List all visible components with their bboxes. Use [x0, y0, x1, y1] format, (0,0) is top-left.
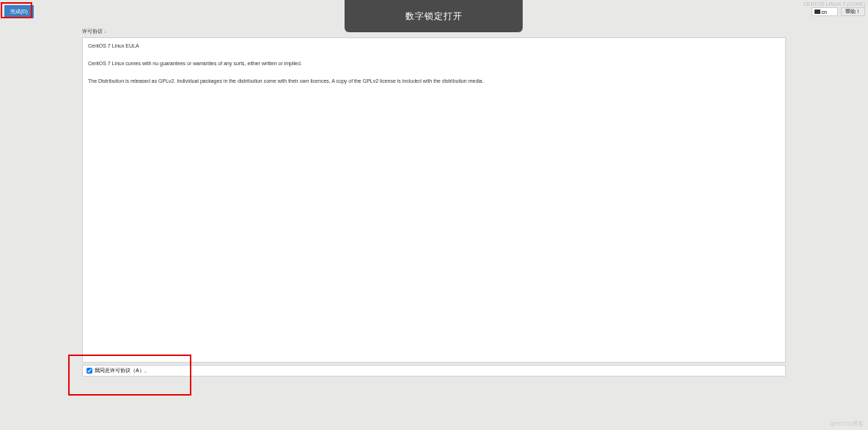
eula-paragraph-2: The Distribution is released as GPLv2. I… [88, 78, 780, 85]
agree-label: 我同意许可协议（A）。 [95, 367, 150, 374]
eula-paragraph-1: CentOS 7 Linux comes with no guarantees … [88, 60, 780, 67]
done-button[interactable]: 完成(D) [4, 5, 34, 18]
keyboard-icon [814, 10, 820, 14]
watermark: @5TCO博客 [831, 420, 864, 428]
lang-help-bar: cn 帮助！ [812, 7, 865, 16]
main-content: 许可协议： CentOS 7 Linux EULA CentOS 7 Linux… [82, 28, 786, 363]
language-code: cn [822, 10, 827, 15]
help-button[interactable]: 帮助！ [841, 7, 865, 16]
agree-bar: 我同意许可协议（A）。 [82, 365, 786, 377]
eula-title: CentOS 7 Linux EULA [88, 42, 780, 50]
os-info-text: CENTOS LINUX 7 (CORE) [803, 1, 865, 7]
language-selector[interactable]: cn [812, 7, 838, 16]
eula-textbox[interactable]: CentOS 7 Linux EULA CentOS 7 Linux comes… [82, 37, 786, 363]
agree-checkbox[interactable] [87, 368, 92, 374]
license-label: 许可协议： [82, 28, 786, 35]
